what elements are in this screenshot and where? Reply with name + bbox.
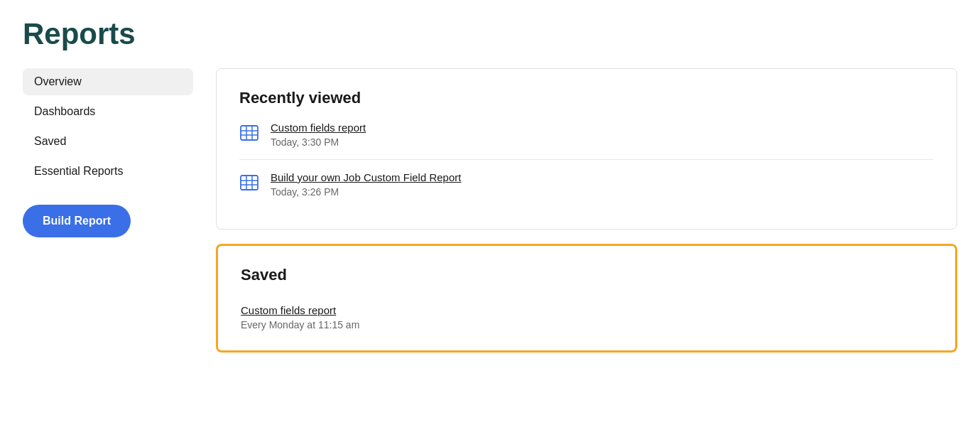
main-content: Recently viewed Custom fields report Tod… <box>216 68 957 353</box>
build-report-button[interactable]: Build Report <box>23 205 131 237</box>
recently-viewed-card: Recently viewed Custom fields report Tod… <box>216 68 957 230</box>
sidebar-item-overview[interactable]: Overview <box>23 68 193 95</box>
main-layout: Overview Dashboards Saved Essential Repo… <box>23 68 957 353</box>
table-icon-2 <box>239 173 259 193</box>
svg-rect-5 <box>241 176 258 190</box>
recently-viewed-title: Recently viewed <box>239 89 934 107</box>
recent-report-item-2: Build your own Job Custom Field Report T… <box>239 159 934 209</box>
recent-report-timestamp-2: Today, 3:26 PM <box>271 186 461 198</box>
recent-report-link-1[interactable]: Custom fields report <box>271 122 366 134</box>
saved-report-item-1: Custom fields report Every Monday at 11:… <box>241 299 932 330</box>
page-container: Reports Overview Dashboards Saved Essent… <box>0 0 980 370</box>
recent-report-info-1: Custom fields report Today, 3:30 PM <box>271 122 366 148</box>
saved-report-schedule-1: Every Monday at 11:15 am <box>241 319 932 330</box>
sidebar-item-dashboards[interactable]: Dashboards <box>23 98 193 125</box>
recent-report-link-2[interactable]: Build your own Job Custom Field Report <box>271 171 461 183</box>
recent-report-item-1: Custom fields report Today, 3:30 PM <box>239 122 934 159</box>
sidebar-item-essential-reports[interactable]: Essential Reports <box>23 158 193 185</box>
table-icon-1 <box>239 123 259 143</box>
saved-report-link-1[interactable]: Custom fields report <box>241 304 932 316</box>
sidebar-item-saved[interactable]: Saved <box>23 128 193 155</box>
saved-card: Saved Custom fields report Every Monday … <box>216 244 957 353</box>
sidebar: Overview Dashboards Saved Essential Repo… <box>23 68 193 353</box>
recent-report-timestamp-1: Today, 3:30 PM <box>271 136 366 148</box>
page-title: Reports <box>23 17 957 51</box>
recent-report-info-2: Build your own Job Custom Field Report T… <box>271 171 461 198</box>
svg-rect-0 <box>241 126 258 140</box>
saved-title: Saved <box>241 266 932 284</box>
